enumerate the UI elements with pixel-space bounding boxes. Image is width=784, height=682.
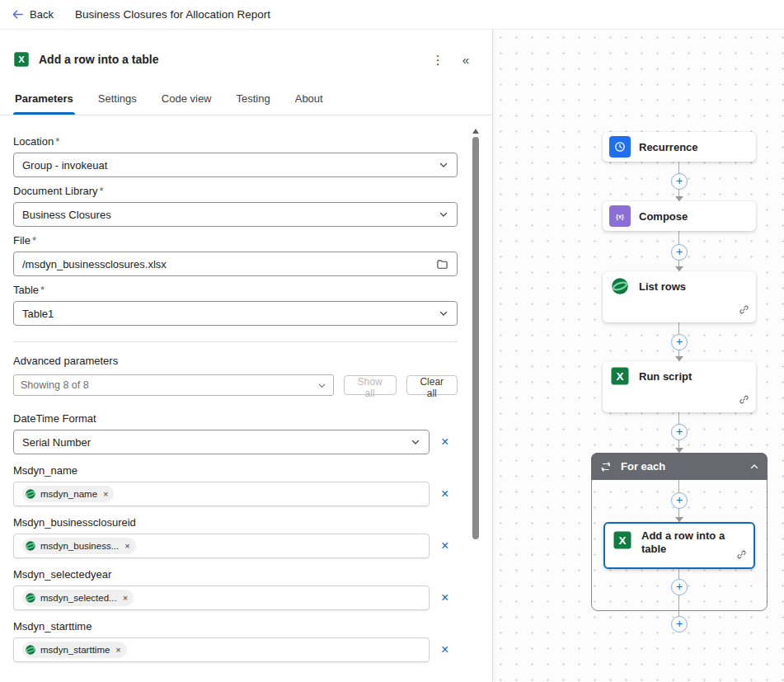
token-close-icon[interactable]: ×	[115, 645, 120, 655]
compose-icon: {x}	[609, 205, 631, 227]
insert-action-button[interactable]: +	[671, 424, 688, 440]
node-label: Run script	[639, 370, 692, 383]
param-label: Msdyn_businessclosureid	[13, 516, 458, 529]
token-close-icon[interactable]: ×	[103, 489, 108, 499]
collapse-panel-icon[interactable]: «	[462, 54, 469, 66]
param-label: Msdyn_starttime	[13, 620, 458, 633]
svg-text:X: X	[618, 534, 626, 547]
node-for-each[interactable]: For each	[591, 453, 768, 480]
node-run-script[interactable]: X Run script	[603, 361, 756, 412]
location-dropdown[interactable]: Group - invokeuat	[13, 153, 458, 177]
insert-action-button[interactable]: +	[671, 579, 688, 595]
connection-link-icon[interactable]	[739, 303, 749, 318]
excel-icon: X	[13, 51, 30, 68]
back-arrow-icon	[12, 8, 24, 21]
msdyn-starttime-input[interactable]: msdyn_starttime ×	[13, 637, 430, 662]
field-document-library: Document Library* Business Closures	[13, 185, 458, 227]
param-msdyn-name: Msdyn_name msdyn_name × ×	[13, 464, 458, 506]
dynamic-content-token[interactable]: msdyn_name ×	[22, 486, 114, 502]
node-label: Add a row into a table	[641, 529, 739, 557]
foreach-loop-icon	[599, 460, 613, 473]
insert-action-button[interactable]: +	[671, 616, 688, 633]
connection-link-icon[interactable]	[736, 548, 747, 563]
insert-action-button[interactable]: +	[671, 173, 688, 190]
excel-icon: X	[609, 365, 631, 387]
table-label: Table*	[13, 284, 458, 296]
recurrence-clock-icon	[609, 136, 631, 158]
dynamic-content-token[interactable]: msdyn_selected... ×	[22, 590, 134, 606]
section-divider	[13, 341, 458, 342]
remove-param-button[interactable]: ×	[441, 643, 448, 656]
dynamic-content-token[interactable]: msdyn_starttime ×	[22, 642, 127, 658]
panel-scrollbar[interactable]	[472, 129, 480, 682]
svg-text:{x}: {x}	[616, 213, 624, 220]
clear-all-button[interactable]: Clear all	[406, 375, 458, 395]
flow-title: Business Closures for Allocation Report	[75, 8, 270, 21]
field-location: Location* Group - invokeuat	[13, 135, 458, 177]
dataverse-icon	[25, 540, 36, 552]
tab-testing[interactable]: Testing	[235, 92, 272, 115]
node-label: Compose	[639, 210, 688, 223]
connection-link-icon[interactable]	[739, 393, 749, 408]
advanced-parameters-heading: Advanced parameters	[13, 355, 458, 367]
show-all-button[interactable]: Show all	[344, 375, 397, 395]
insert-action-button[interactable]: +	[671, 334, 688, 350]
insert-action-button[interactable]: +	[671, 492, 688, 509]
scrollbar-thumb[interactable]	[472, 137, 479, 539]
panel-header: X Add a row into a table ⋮ «	[0, 30, 492, 68]
param-msdyn-starttime: Msdyn_starttime msdyn_starttime × ×	[13, 620, 458, 662]
dynamic-content-token[interactable]: msdyn_business... ×	[22, 538, 136, 554]
field-file: File* /msdyn_businessclosures.xlsx	[13, 234, 458, 276]
datetime-format-dropdown[interactable]: Serial Number	[13, 430, 430, 454]
tab-settings[interactable]: Settings	[96, 92, 138, 115]
msdyn-selectedyear-input[interactable]: msdyn_selected... ×	[13, 586, 430, 610]
advanced-summary-dropdown[interactable]: Showing 8 of 8	[13, 374, 334, 396]
document-library-dropdown[interactable]: Business Closures	[13, 202, 458, 227]
action-config-panel: X Add a row into a table ⋮ « Parameters …	[0, 30, 492, 682]
remove-param-button[interactable]: ×	[441, 591, 448, 604]
param-label: Msdyn_name	[13, 464, 458, 477]
scroll-up-arrow-icon[interactable]	[472, 129, 479, 134]
remove-param-button[interactable]: ×	[441, 539, 448, 553]
node-recurrence[interactable]: Recurrence	[603, 132, 756, 162]
chevron-up-icon[interactable]	[749, 462, 759, 472]
panel-header-actions: ⋮ «	[432, 54, 479, 66]
folder-icon[interactable]	[436, 258, 448, 270]
node-list-rows[interactable]: List rows	[603, 271, 756, 322]
chevron-down-icon	[439, 308, 448, 318]
table-dropdown[interactable]: Table1	[13, 301, 458, 326]
param-label: Msdyn_selectedyear	[13, 568, 458, 581]
msdyn-businessclosureid-input[interactable]: msdyn_business... ×	[13, 534, 430, 558]
tab-about[interactable]: About	[293, 92, 325, 115]
node-compose[interactable]: {x} Compose	[603, 201, 756, 231]
chevron-down-icon	[411, 437, 420, 447]
chevron-down-icon	[317, 381, 326, 390]
remove-param-button[interactable]: ×	[441, 487, 448, 501]
excel-icon: X	[612, 529, 633, 551]
dataverse-icon	[25, 644, 36, 656]
file-input[interactable]: /msdyn_businessclosures.xlsx	[13, 252, 458, 276]
param-msdyn-businessclosureid: Msdyn_businessclosureid msdyn_business..…	[13, 516, 458, 558]
back-button[interactable]: Back	[12, 8, 54, 21]
more-options-icon[interactable]: ⋮	[432, 54, 444, 66]
node-label: For each	[621, 460, 665, 473]
tab-code-view[interactable]: Code view	[160, 92, 214, 115]
advanced-parameters-controls: Showing 8 of 8 Show all Clear all	[13, 374, 458, 396]
tab-parameters[interactable]: Parameters	[13, 92, 75, 115]
flow-canvas[interactable]: Recurrence + {x} Compose + List rows	[492, 30, 784, 682]
location-label: Location*	[13, 135, 458, 148]
dataverse-icon	[25, 488, 36, 500]
node-add-row-into-table[interactable]: X Add a row into a table	[603, 522, 755, 569]
parameters-form: Location* Group - invokeuat Document Lib…	[0, 115, 492, 662]
file-label: File*	[13, 234, 458, 247]
svg-text:X: X	[616, 370, 623, 383]
field-table: Table* Table1	[13, 284, 458, 326]
remove-param-button[interactable]: ×	[441, 435, 448, 449]
token-close-icon[interactable]: ×	[123, 593, 128, 603]
token-close-icon[interactable]: ×	[124, 541, 129, 551]
document-library-label: Document Library*	[13, 185, 458, 197]
chevron-down-icon	[439, 160, 448, 170]
insert-action-button[interactable]: +	[671, 244, 688, 261]
param-datetime-format: DateTime Format Serial Number ×	[13, 412, 458, 454]
msdyn-name-input[interactable]: msdyn_name ×	[13, 482, 430, 506]
